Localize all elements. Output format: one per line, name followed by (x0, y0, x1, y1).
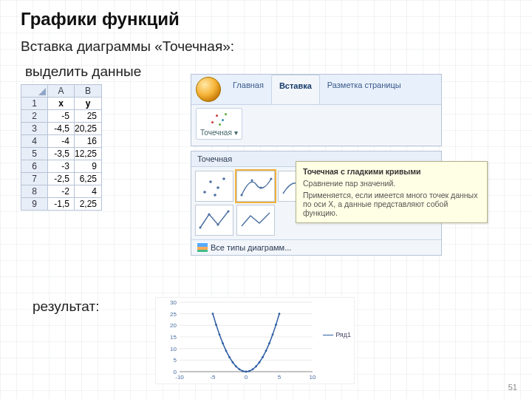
svg-point-51 (272, 333, 274, 335)
tooltip-line1: Сравнение пар значений. (303, 179, 480, 188)
all-chart-types[interactable]: Все типы диаграмм... (191, 239, 441, 255)
svg-point-42 (242, 370, 244, 372)
scatter-button-label: Точечная ▾ (200, 129, 238, 137)
svg-point-7 (259, 186, 262, 188)
svg-point-39 (232, 361, 234, 364)
tooltip-line2: Применяется, если имеется много точек да… (303, 191, 480, 217)
svg-text:15: 15 (170, 334, 177, 341)
svg-point-45 (252, 368, 254, 370)
svg-point-5 (240, 194, 242, 196)
svg-text:10: 10 (170, 346, 177, 352)
gallery-scatter-straight[interactable] (236, 205, 275, 236)
svg-point-38 (228, 356, 231, 358)
gallery-scatter-straight-markers[interactable] (195, 205, 233, 236)
svg-point-53 (279, 313, 281, 315)
svg-point-35 (219, 333, 221, 335)
svg-text:5: 5 (278, 374, 282, 381)
svg-point-47 (259, 361, 261, 364)
svg-point-6 (250, 179, 253, 181)
office-button[interactable] (196, 77, 221, 102)
ribbon-tab-home[interactable]: Главная (225, 75, 271, 104)
svg-text:25: 25 (170, 311, 177, 318)
svg-text:-5: -5 (210, 374, 216, 381)
svg-text:0: 0 (245, 374, 248, 381)
ribbon-tab-insert[interactable]: Вставка (271, 75, 320, 104)
svg-point-36 (222, 342, 224, 344)
gallery-scatter-smooth[interactable] (236, 171, 275, 202)
svg-point-8 (270, 177, 272, 180)
svg-point-4 (214, 194, 216, 197)
slide-subtitle: Вставка диаграммы «Точечная»: (21, 38, 511, 55)
result-label: результат: (33, 299, 99, 315)
svg-point-34 (215, 324, 217, 326)
svg-point-1 (209, 180, 212, 183)
svg-point-9 (199, 226, 201, 228)
svg-text:10: 10 (310, 374, 316, 381)
slide-title: Графики функций (21, 9, 511, 30)
svg-point-11 (216, 223, 219, 225)
svg-text:-10: -10 (175, 374, 184, 381)
svg-text:30: 30 (170, 299, 177, 306)
svg-point-40 (235, 366, 237, 368)
bar-chart-icon (197, 243, 208, 252)
svg-point-37 (225, 349, 228, 352)
gallery-scatter-markers[interactable] (195, 171, 233, 202)
ribbon-tab-layout[interactable]: Разметка страницы (320, 75, 409, 104)
tooltip: Точечная с гладкими кривыми Сравнение па… (296, 161, 488, 223)
svg-point-49 (265, 349, 267, 352)
svg-point-44 (248, 370, 250, 372)
select-data-label: выделить данные (25, 64, 141, 80)
svg-point-0 (203, 191, 206, 194)
svg-text:20: 20 (170, 322, 177, 329)
svg-point-41 (239, 368, 241, 370)
chart-legend: Ряд1 (323, 331, 351, 338)
tooltip-title: Точечная с гладкими кривыми (303, 167, 421, 176)
svg-point-2 (216, 186, 219, 189)
svg-point-50 (268, 342, 270, 344)
svg-text:5: 5 (174, 357, 177, 364)
svg-point-43 (245, 371, 248, 373)
svg-point-52 (275, 324, 277, 326)
svg-point-12 (227, 210, 229, 212)
svg-point-46 (255, 366, 257, 368)
scatter-chart-button[interactable]: Точечная ▾ (196, 108, 242, 140)
svg-point-33 (212, 313, 214, 315)
svg-point-10 (208, 213, 210, 215)
svg-point-3 (222, 177, 225, 180)
scatter-icon (208, 111, 229, 127)
page-number: 51 (508, 383, 517, 392)
svg-point-48 (262, 356, 264, 358)
spreadsheet: AB1xy2-5253-4,520,254-4165-3,512,256-397… (21, 84, 102, 211)
result-chart: 051015202530-10-50510 Ряд1 (155, 297, 355, 384)
